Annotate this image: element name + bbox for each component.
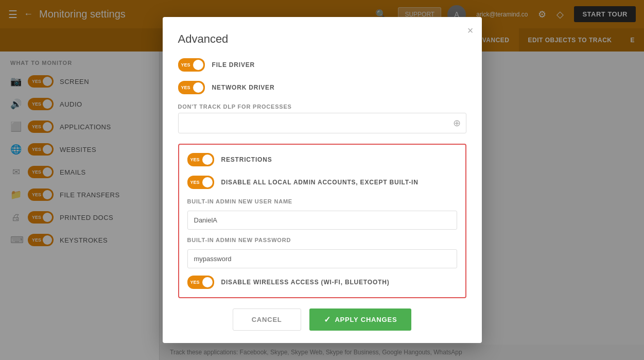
- modal-close-button[interactable]: ×: [467, 25, 474, 36]
- modal-overlay: × Advanced YES FILE DRIVER YES NETWORK D…: [0, 0, 644, 360]
- apply-label: APPLY CHANGES: [335, 316, 397, 323]
- apply-changes-button[interactable]: ✓ APPLY CHANGES: [309, 308, 412, 331]
- dlp-input-row: ⊕: [178, 113, 466, 133]
- cancel-button[interactable]: CANCEL: [233, 308, 301, 331]
- file-driver-label: FILE DRIVER: [212, 61, 255, 68]
- disable-wireless-toggle[interactable]: YES: [187, 276, 214, 289]
- network-driver-label: NETWORK DRIVER: [212, 84, 275, 91]
- disable-admin-label: DISABLE ALL LOCAL ADMIN ACCOUNTS, EXCEPT…: [221, 179, 419, 186]
- restrictions-label: RESTRICTIONS: [221, 156, 272, 163]
- modal: × Advanced YES FILE DRIVER YES NETWORK D…: [163, 17, 482, 343]
- dlp-add-button[interactable]: ⊕: [448, 113, 466, 133]
- password-label: BUILT-IN ADMIN NEW PASSWORD: [187, 237, 457, 243]
- disable-wireless-row: YES DISABLE WIRELESS ACCESS (WI-FI, BLUE…: [187, 276, 457, 289]
- password-input[interactable]: [187, 249, 457, 268]
- network-driver-toggle[interactable]: YES: [178, 81, 205, 94]
- file-driver-toggle[interactable]: YES: [178, 58, 205, 72]
- disable-admin-row: YES DISABLE ALL LOCAL ADMIN ACCOUNTS, EX…: [187, 176, 457, 189]
- disable-admin-toggle[interactable]: YES: [187, 176, 214, 189]
- username-input[interactable]: [187, 211, 457, 230]
- dlp-input[interactable]: [179, 115, 448, 131]
- restrictions-row: YES RESTRICTIONS: [187, 153, 457, 166]
- restrictions-toggle[interactable]: YES: [187, 153, 214, 166]
- username-label: BUILT-IN ADMIN NEW USER NAME: [187, 198, 457, 204]
- restrictions-box: YES RESTRICTIONS YES DISABLE ALL LOCAL A…: [178, 144, 466, 298]
- network-driver-row: YES NETWORK DRIVER: [178, 81, 466, 94]
- disable-wireless-label: DISABLE WIRELESS ACCESS (WI-FI, BLUETOOT…: [221, 279, 390, 286]
- dlp-label: DON'T TRACK DLP FOR PROCESSES: [178, 104, 466, 110]
- modal-title: Advanced: [178, 32, 466, 46]
- apply-check-icon: ✓: [324, 315, 331, 324]
- file-driver-row: YES FILE DRIVER: [178, 58, 466, 72]
- modal-footer: CANCEL ✓ APPLY CHANGES: [178, 308, 466, 331]
